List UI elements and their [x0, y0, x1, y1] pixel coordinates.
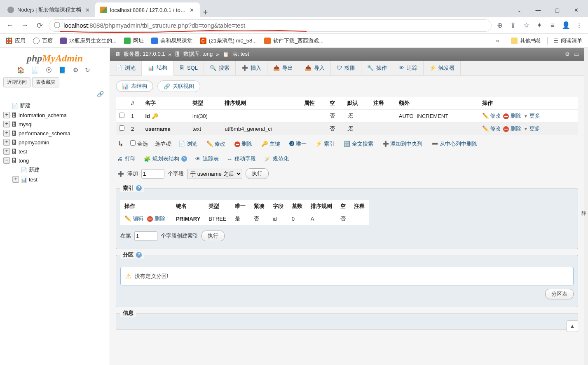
- partition-fieldset: 分区 ? ⚠ 没有定义分区! 分区表: [116, 255, 578, 307]
- tab-icon: 🛡: [337, 65, 342, 71]
- other-bookmarks[interactable]: 其他书签: [509, 37, 543, 45]
- index-delete[interactable]: 删除: [147, 215, 165, 221]
- track-link[interactable]: 👁 追踪表: [195, 155, 219, 162]
- tree-table[interactable]: +📊test: [12, 175, 106, 184]
- subtab-relation[interactable]: 🔗关联视图: [157, 80, 200, 92]
- info-legend: 信息: [123, 309, 134, 317]
- action-browse[interactable]: 📄 浏览: [178, 140, 197, 148]
- bookmark-item[interactable]: 软件下载_西西游戏...: [262, 37, 325, 45]
- action-delete[interactable]: 删除: [234, 140, 253, 148]
- main-tab-导入[interactable]: 📥导入: [299, 61, 331, 75]
- table-icon: 📊: [122, 83, 129, 89]
- main-tab-追踪[interactable]: 👁追踪: [393, 61, 424, 75]
- favorites-tab[interactable]: 表收藏夹: [32, 77, 59, 87]
- forward-button[interactable]: →: [19, 20, 30, 31]
- reading-list[interactable]: ☰阅读清单: [552, 37, 584, 45]
- main-tab-操作[interactable]: 🔧操作: [361, 61, 393, 75]
- main-tab-浏览[interactable]: 📄浏览: [110, 61, 142, 75]
- print-link[interactable]: 🖨 打印: [117, 155, 136, 162]
- scroll-top-button[interactable]: ▲: [567, 320, 578, 332]
- action-unique[interactable]: 🅤 唯一: [289, 140, 307, 148]
- tab-caret-icon[interactable]: ⌄: [510, 3, 529, 17]
- browser-tab-1[interactable]: localhost:8088 / 127.0.0.1 / to… ✕: [95, 2, 200, 17]
- tree-db[interactable]: +🗄mysql: [3, 120, 106, 129]
- row-more[interactable]: ▼ 更多: [524, 113, 540, 119]
- new-tab-button[interactable]: +: [200, 8, 211, 17]
- bookmark-item[interactable]: 网址: [122, 37, 145, 45]
- bookmark-item[interactable]: 百度: [31, 37, 54, 45]
- tree-db[interactable]: +🗄phpmyadmin: [3, 138, 106, 147]
- reload-button[interactable]: ⟳: [34, 20, 45, 31]
- link-icon[interactable]: 🔗: [3, 91, 106, 97]
- browser-tab-0[interactable]: Nodejs | 配套前端课程文档 ✕: [2, 2, 95, 17]
- create-index-count-input[interactable]: [134, 231, 157, 241]
- sidebar-toolbar[interactable]: 🏠 🧾 ⦿ 📘 ⚙ ↻: [3, 66, 106, 74]
- collapse-icon[interactable]: ▭: [574, 51, 579, 57]
- main-tab-SQL[interactable]: 🗄SQL: [173, 61, 204, 75]
- main-tab-导出[interactable]: 📤导出: [267, 61, 299, 75]
- tree-db-open[interactable]: −🗄tong: [3, 156, 106, 165]
- row-checkbox[interactable]: [119, 125, 124, 131]
- extensions-icon[interactable]: ✦: [534, 21, 544, 30]
- row-delete[interactable]: 删除: [503, 125, 521, 132]
- tree-new-table[interactable]: 📄新建: [12, 165, 106, 175]
- logo[interactable]: phpMyAdmin: [3, 53, 106, 64]
- tree-db[interactable]: +🗄performance_schema: [3, 129, 106, 138]
- main-tab-权限[interactable]: 🛡权限: [331, 61, 361, 75]
- move-link[interactable]: ↔ 移动字段: [227, 155, 256, 162]
- add-go-button[interactable]: 执行: [246, 168, 269, 179]
- help-icon[interactable]: ?: [136, 185, 142, 191]
- bookmark-item[interactable]: C(21条消息) m0_58...: [198, 37, 258, 45]
- close-icon[interactable]: ✕: [84, 7, 90, 13]
- action-index[interactable]: ⚡ 索引: [316, 140, 335, 148]
- star-icon[interactable]: ☆: [521, 21, 531, 30]
- warning-icon: ⚠: [126, 272, 131, 280]
- tree-new[interactable]: 📄新建: [3, 101, 106, 111]
- row-more[interactable]: ▼ 更多: [524, 125, 540, 132]
- row-checkbox[interactable]: [119, 113, 124, 118]
- row-edit[interactable]: ✏️ 修改: [482, 125, 501, 132]
- normalize-link[interactable]: 🪄 规范化: [264, 155, 289, 162]
- main-tab-结构[interactable]: 📊结构: [142, 61, 173, 75]
- select-all[interactable]: 全选: [130, 140, 148, 148]
- recent-tab[interactable]: 近期访问: [3, 77, 30, 87]
- main-tab-插入[interactable]: ➕插入: [236, 61, 267, 75]
- add-position-select[interactable]: 于 username 之后: [187, 169, 242, 179]
- close-icon[interactable]: ✕: [189, 7, 195, 13]
- reader-icon[interactable]: ≡: [548, 21, 558, 30]
- bookmark-apps[interactable]: 应用: [4, 37, 27, 45]
- add-count-input[interactable]: [141, 169, 164, 179]
- maximize-button[interactable]: ▢: [548, 3, 567, 17]
- bookmark-overflow[interactable]: »: [494, 37, 501, 45]
- index-edit[interactable]: ✏️ 编辑: [124, 215, 143, 221]
- zoom-icon[interactable]: ⊕: [495, 21, 505, 30]
- menu-icon[interactable]: ⋮: [574, 21, 584, 30]
- close-window-button[interactable]: ✕: [567, 3, 586, 17]
- help-icon[interactable]: ?: [181, 156, 187, 162]
- minimize-button[interactable]: —: [529, 3, 548, 17]
- share-icon[interactable]: ⇪: [508, 21, 518, 30]
- bookmark-item[interactable]: 美和易思课堂: [150, 37, 194, 45]
- action-remove-central[interactable]: ➖ 从中心列中删除: [431, 140, 477, 148]
- address-bar[interactable]: ⓘ localhost:8088/phpmyadmin/tbl_structur…: [49, 19, 492, 32]
- analyze-link[interactable]: 🧩 规划表结构 ?: [144, 155, 187, 162]
- create-index-go-button[interactable]: 执行: [201, 231, 225, 241]
- action-fulltext[interactable]: 🔠 全文搜索: [344, 140, 373, 148]
- bookmark-item[interactable]: 水瓶座男生女生的...: [59, 37, 118, 45]
- gear-icon[interactable]: ⚙: [565, 51, 570, 57]
- help-icon[interactable]: ?: [136, 252, 142, 258]
- row-edit[interactable]: ✏️ 修改: [482, 113, 501, 119]
- action-add-central[interactable]: ➕ 添加到中央列: [382, 140, 423, 148]
- main-tab-触发器[interactable]: ⚡触发器: [424, 61, 461, 75]
- subtab-structure[interactable]: 📊表结构: [116, 80, 153, 92]
- action-primary[interactable]: 🔑 主键: [261, 140, 280, 148]
- main-tab-搜索[interactable]: 🔍搜索: [204, 61, 236, 75]
- profile-icon[interactable]: 👤: [561, 21, 571, 30]
- action-edit[interactable]: ✏️ 修改: [206, 140, 225, 148]
- tree-db[interactable]: +🗄information_schema: [3, 111, 106, 120]
- site-info-icon[interactable]: ⓘ: [54, 21, 60, 29]
- partition-button[interactable]: 分区表: [545, 289, 574, 299]
- back-button[interactable]: ←: [4, 20, 16, 31]
- row-delete[interactable]: 删除: [503, 113, 521, 119]
- tree-db[interactable]: +🗄test: [3, 147, 106, 156]
